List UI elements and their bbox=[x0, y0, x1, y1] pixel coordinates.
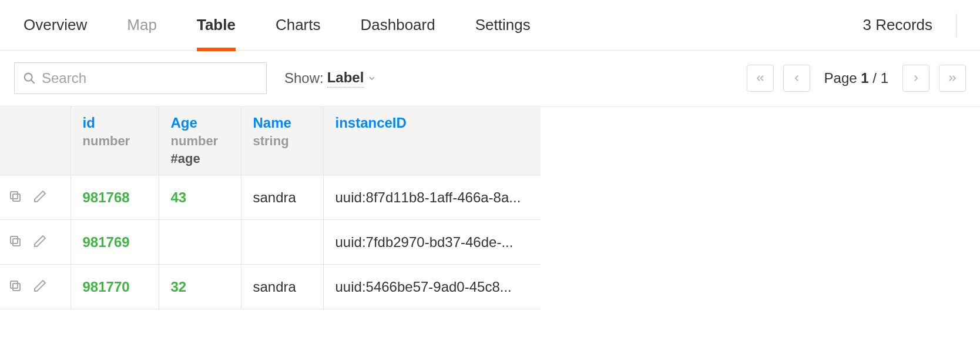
column-instanceid[interactable]: instanceID bbox=[323, 106, 541, 175]
cell-instanceid: uuid:7fdb2970-bd37-46de-... bbox=[335, 234, 529, 251]
show-selector[interactable]: Show: Label bbox=[284, 69, 377, 88]
tab-map[interactable]: Map bbox=[127, 0, 157, 51]
page-prev-button[interactable] bbox=[783, 65, 810, 92]
chevron-down-icon bbox=[367, 70, 377, 86]
cell-name: sandra bbox=[253, 279, 296, 295]
page-info: Page 1 / 1 bbox=[824, 70, 888, 86]
page-next-button[interactable] bbox=[902, 65, 929, 92]
tabs-bar: Overview Map Table Charts Dashboard Sett… bbox=[0, 0, 980, 51]
cell-id: 981768 bbox=[83, 189, 130, 205]
divider bbox=[956, 14, 956, 37]
table-row: 981770 32 sandra uuid:5466be57-9ad0-45c8… bbox=[0, 265, 541, 309]
cell-instanceid: uuid:8f7d11b8-1aff-466a-8a... bbox=[335, 189, 529, 206]
cell-id: 981770 bbox=[83, 279, 130, 295]
svg-rect-4 bbox=[13, 239, 20, 246]
cell-age: 32 bbox=[171, 279, 187, 295]
table-row: 981768 43 sandra uuid:8f7d11b8-1aff-466a… bbox=[0, 175, 541, 220]
edit-icon[interactable] bbox=[33, 189, 47, 206]
column-id[interactable]: id number bbox=[71, 106, 159, 175]
pagination: Page 1 / 1 bbox=[747, 65, 966, 92]
page-last-button[interactable] bbox=[939, 65, 966, 92]
svg-rect-3 bbox=[11, 192, 18, 199]
toolbar: Show: Label Page 1 / 1 bbox=[0, 51, 980, 106]
table-header-row: id number Age number #age Name string in… bbox=[0, 106, 541, 175]
cell-instanceid: uuid:5466be57-9ad0-45c8... bbox=[335, 279, 529, 295]
column-name[interactable]: Name string bbox=[241, 106, 323, 175]
cell-age: 43 bbox=[171, 189, 187, 205]
column-actions bbox=[0, 106, 71, 175]
table-row: 981769 uuid:7fdb2970-bd37-46de-... bbox=[0, 220, 541, 265]
tab-table[interactable]: Table bbox=[197, 0, 236, 51]
svg-line-1 bbox=[31, 80, 35, 84]
column-age[interactable]: Age number #age bbox=[159, 106, 241, 175]
search-icon bbox=[23, 72, 36, 85]
tab-dashboard[interactable]: Dashboard bbox=[361, 0, 435, 51]
records-count: 3 Records bbox=[863, 16, 933, 34]
copy-icon[interactable] bbox=[8, 279, 22, 295]
search-input[interactable] bbox=[42, 70, 258, 86]
show-value: Label bbox=[327, 69, 364, 88]
page-first-button[interactable] bbox=[747, 65, 774, 92]
show-prefix: Show: bbox=[284, 70, 324, 86]
tab-settings[interactable]: Settings bbox=[475, 0, 531, 51]
svg-rect-5 bbox=[11, 236, 18, 243]
tab-overview[interactable]: Overview bbox=[24, 0, 87, 51]
svg-rect-7 bbox=[11, 281, 18, 288]
edit-icon[interactable] bbox=[33, 234, 47, 251]
edit-icon[interactable] bbox=[33, 279, 47, 295]
copy-icon[interactable] bbox=[8, 234, 22, 251]
copy-icon[interactable] bbox=[8, 189, 22, 206]
search-box[interactable] bbox=[14, 62, 267, 94]
data-table: id number Age number #age Name string in… bbox=[0, 106, 541, 309]
svg-rect-6 bbox=[13, 283, 20, 291]
cell-id: 981769 bbox=[83, 234, 130, 250]
svg-rect-2 bbox=[13, 194, 20, 201]
cell-name: sandra bbox=[253, 189, 296, 205]
tab-charts[interactable]: Charts bbox=[276, 0, 321, 51]
